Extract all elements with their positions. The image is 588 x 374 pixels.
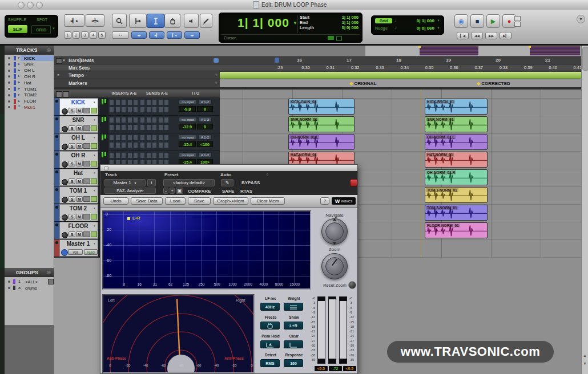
send-slot[interactable] — [152, 135, 157, 141]
insert-slot[interactable] — [109, 107, 114, 113]
play-button[interactable]: ▶ — [486, 14, 500, 28]
mute-button[interactable]: M — [76, 231, 83, 237]
tracks-panel-menu-icon[interactable]: ◎ — [47, 47, 51, 52]
post-roll-icon[interactable] — [336, 36, 342, 41]
send-slot[interactable] — [146, 124, 151, 131]
output-selector[interactable]: A 1-2 — [198, 152, 212, 157]
markers-tick-area[interactable]: ◆ORIGINAL◆CORRECTED — [220, 79, 588, 87]
go-to-start-button[interactable]: ▎◀ — [457, 32, 469, 39]
send-slot[interactable] — [146, 152, 151, 158]
track-name-cell[interactable]: Hat▾SM — [59, 169, 98, 186]
audio-clip[interactable]: TOM 2-NORM_01 — [425, 205, 488, 221]
bars-tick-area[interactable]: 16171819202122 — [220, 56, 588, 64]
marker-add-icon[interactable]: + — [215, 80, 218, 86]
save-data-button[interactable]: Save Data — [131, 197, 163, 205]
record-enable-button[interactable] — [62, 108, 68, 115]
grid-value-toggle[interactable]: Grid — [375, 18, 392, 23]
tempo-expand-icon[interactable]: ▸ — [58, 72, 60, 77]
track-name-cell[interactable]: SNR▾SM — [59, 116, 98, 133]
plugin-track-selector[interactable]: Master 1▼ — [104, 179, 146, 186]
track-show-dot[interactable] — [8, 57, 10, 59]
insert-slot[interactable] — [133, 124, 138, 131]
navigate-knob[interactable] — [321, 218, 348, 245]
meter-value-readout[interactable]: <0.5 — [343, 366, 356, 371]
counter-field-value[interactable]: 1| 1| 000 — [320, 20, 359, 25]
solo-button[interactable]: S — [69, 125, 75, 131]
timeline-marker[interactable]: ◆CORRECTED — [477, 80, 510, 87]
mute-button[interactable]: M — [76, 178, 83, 184]
go-to-end-button[interactable]: ▶▎ — [500, 32, 512, 39]
plugin-insert-selector[interactable]: PAZ- Analyzer — [104, 188, 156, 194]
output-selector[interactable]: A 1-2 — [198, 117, 212, 122]
master-auto-icon[interactable] — [61, 249, 68, 256]
insert-slot[interactable] — [121, 142, 126, 148]
record-enable-button[interactable] — [62, 179, 68, 185]
horizontal-zoom-buttons[interactable]: ◂▎▸ — [64, 14, 84, 27]
scrollbar-thumb[interactable] — [582, 47, 588, 71]
send-slot[interactable] — [158, 142, 163, 148]
markers-ruler[interactable]: Markers + ◆ORIGINAL◆CORRECTED — [54, 79, 588, 87]
send-slot[interactable] — [146, 107, 151, 113]
track-name-chevron-icon[interactable]: ▾ — [94, 100, 95, 104]
group-list-item[interactable]: 1<ALL> — [5, 279, 54, 284]
response-button[interactable]: 160 — [284, 359, 303, 367]
volume-readout[interactable]: -12.9 — [179, 124, 196, 129]
zoom-preset-button[interactable]: 3 — [81, 31, 88, 39]
safe-button[interactable]: SAFE — [222, 189, 234, 194]
weight-button[interactable] — [284, 303, 303, 311]
send-slot[interactable] — [152, 152, 157, 158]
preset-save-icon[interactable]: ▣ — [176, 188, 183, 194]
playhead-marker[interactable] — [275, 58, 279, 63]
send-slot[interactable] — [164, 99, 169, 105]
record-enable-button[interactable] — [62, 197, 68, 203]
output-selector[interactable]: A 1-2 — [198, 99, 212, 104]
track-show-dot[interactable] — [8, 94, 10, 96]
tracks-panel-header[interactable]: TRACKS ◎ — [5, 46, 54, 55]
audio-clip[interactable]: OH-NORM_01.R — [425, 169, 488, 185]
track-list-item[interactable]: ▸TOM2 — [5, 92, 54, 98]
track-name-chevron-icon[interactable]: ▾ — [94, 136, 95, 139]
bypass-button[interactable]: BYPASS — [241, 180, 260, 185]
grid-chevron-icon[interactable]: ▼ — [437, 19, 440, 22]
send-slot[interactable] — [152, 124, 157, 131]
send-slot[interactable] — [152, 107, 157, 113]
slip-mode-button[interactable]: SLIP — [8, 25, 27, 33]
preset-next-button[interactable]: + — [170, 188, 175, 194]
elastic-audio-button[interactable] — [91, 125, 97, 131]
edit-option-button[interactable]: ▎◂ — [167, 31, 182, 39]
scrubber-tool-button[interactable] — [184, 14, 199, 28]
spot-mode-button[interactable]: SPOT — [37, 18, 47, 22]
track-name-cell[interactable]: KICK▾SM — [59, 98, 98, 115]
edit-option-button[interactable]: ▸▎ — [149, 31, 164, 39]
grabber-tool-button[interactable] — [164, 14, 180, 28]
insert-slot[interactable] — [115, 142, 120, 148]
nudge-label[interactable]: Nudge — [375, 26, 388, 30]
mute-button[interactable]: M — [76, 125, 83, 131]
audio-clip[interactable]: HAT-NORM_01 — [425, 152, 488, 168]
group-enable-dot[interactable] — [8, 287, 10, 289]
pre-roll-icon[interactable] — [328, 36, 334, 40]
meter-value-readout[interactable]: <0.5 — [315, 366, 328, 371]
track-name-cell[interactable]: FLOOR▾SM — [59, 222, 98, 239]
insert-slot[interactable] — [121, 107, 126, 113]
insert-slot[interactable] — [115, 99, 120, 105]
meter-value-readout[interactable]: -72 — [329, 366, 342, 371]
track-name-chevron-icon[interactable]: ▾ — [94, 189, 95, 192]
track-name-cell[interactable]: Master 1▾volread — [59, 239, 98, 257]
ruler-dropdown-icon[interactable]: ▼ — [62, 59, 66, 62]
track-list-item[interactable]: ▸KICK — [5, 55, 54, 61]
automation-mode-button[interactable]: read — [84, 249, 98, 255]
track-show-dot[interactable] — [8, 88, 10, 90]
pencil-tool-button[interactable] — [200, 14, 212, 28]
solo-button[interactable]: S — [69, 231, 75, 237]
transport-option-checkbox[interactable] — [514, 22, 521, 27]
bars-beats-ruler[interactable]: ▼ Bars|Beats 16171819202122 — [54, 56, 588, 64]
track-show-dot[interactable] — [8, 100, 10, 103]
insert-slot[interactable] — [109, 142, 114, 148]
track-name-cell[interactable]: TOM 2▾SM — [59, 204, 98, 221]
track-name-cell[interactable]: TOM 1▾SM — [59, 186, 98, 204]
auto-enable-button[interactable]: ✎ — [221, 179, 233, 186]
counter-field-value[interactable]: 0| 0| 000 — [320, 25, 359, 30]
send-slot[interactable] — [164, 124, 169, 131]
insert-slot[interactable] — [115, 107, 120, 113]
